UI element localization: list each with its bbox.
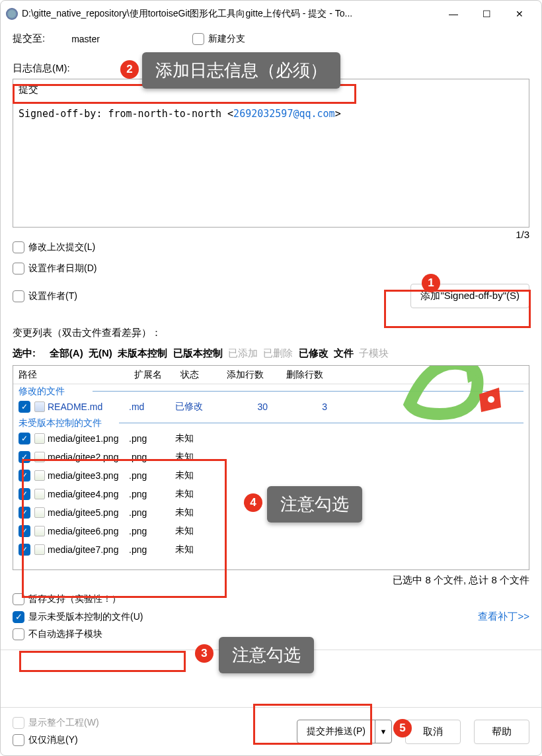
- annotation-badge-4: 4: [244, 493, 262, 512]
- file-path: media/gitee6.png: [48, 526, 118, 536]
- file-row[interactable]: media/gitee2.png.png未知: [13, 448, 529, 466]
- file-checkbox[interactable]: [19, 488, 30, 500]
- show-unversioned-label: 显示未受版本控制的文件(U): [28, 611, 143, 623]
- file-icon: [34, 470, 45, 481]
- file-checkbox[interactable]: [19, 507, 30, 519]
- file-path: media/gitee1.png: [48, 433, 118, 444]
- file-status: 未知: [175, 433, 221, 444]
- commit-dropdown-icon[interactable]: ▼: [375, 720, 391, 743]
- stash-label: 暂存支持（实验性！）: [28, 593, 121, 605]
- col-add-lines[interactable]: 添加行数: [221, 366, 281, 384]
- file-icon: [34, 507, 45, 518]
- filter-submodules: 子模块: [359, 347, 389, 358]
- titlebar: D:\gitte_native_repository\使用tortoiseGit…: [1, 1, 541, 27]
- file-ext: .png: [129, 452, 175, 462]
- new-branch-label: 新建分支: [208, 33, 245, 45]
- col-status[interactable]: 状态: [175, 366, 221, 384]
- annotation-text-4: 注意勾选: [267, 486, 362, 523]
- no-auto-submodule-label: 不自动选择子模块: [28, 628, 102, 640]
- col-del-lines[interactable]: 删除行数: [281, 366, 340, 384]
- file-path: media/gitee5.png: [48, 507, 118, 518]
- message-only-checkbox[interactable]: [13, 734, 24, 746]
- show-whole-project-checkbox: [13, 717, 24, 729]
- filter-files[interactable]: 文件: [334, 347, 354, 358]
- amend-checkbox[interactable]: [13, 241, 24, 253]
- app-icon: [6, 8, 18, 20]
- message-only-label: 仅仅消息(Y): [28, 734, 78, 746]
- filter-modified[interactable]: 已修改: [299, 347, 329, 358]
- col-path[interactable]: 路径: [13, 366, 129, 384]
- line-counter: 1/3: [13, 229, 529, 240]
- cancel-button[interactable]: 取消: [405, 720, 461, 744]
- tortoisegit-logo: [403, 365, 509, 431]
- file-icon: [34, 489, 45, 499]
- file-icon: [34, 401, 45, 412]
- new-branch-checkbox[interactable]: [192, 33, 204, 45]
- show-whole-project-label: 显示整个工程(W): [28, 717, 99, 729]
- file-row[interactable]: media/gitee3.png.png未知: [13, 466, 529, 485]
- file-path: media/gitee4.png: [48, 489, 118, 499]
- set-author-date-checkbox[interactable]: [13, 263, 24, 274]
- commit-to-label: 提交至:: [13, 32, 45, 45]
- set-author-checkbox[interactable]: [13, 290, 24, 302]
- file-del-lines: 3: [281, 401, 340, 412]
- file-path: media/gitee2.png: [48, 452, 118, 462]
- filter-deleted: 已删除: [263, 347, 293, 358]
- bottom-bar: 显示整个工程(W) 仅仅消息(Y) 提交并推送(P) ▼ 取消 帮助: [1, 707, 541, 755]
- file-checkbox[interactable]: [19, 525, 30, 537]
- annotation-text-2: 添加日志信息（必须）: [142, 52, 340, 89]
- file-row[interactable]: media/gitee1.png.png未知: [13, 429, 529, 448]
- annotation-badge-5: 5: [393, 719, 412, 737]
- filter-all[interactable]: 全部(A): [50, 347, 83, 358]
- selection-summary: 已选中 8 个文件, 总计 8 个文件: [13, 574, 529, 587]
- file-path: README.md: [48, 401, 102, 412]
- file-status: 未知: [175, 525, 221, 537]
- file-status: 已修改: [175, 401, 221, 413]
- file-ext: .png: [129, 507, 175, 518]
- filter-versioned[interactable]: 已版本控制: [173, 347, 223, 358]
- filter-added: 已添加: [228, 347, 258, 358]
- file-checkbox[interactable]: [19, 401, 30, 413]
- file-ext: .png: [129, 489, 175, 499]
- no-auto-submodule-checkbox[interactable]: [13, 628, 24, 640]
- file-checkbox[interactable]: [19, 451, 30, 463]
- help-button[interactable]: 帮助: [474, 720, 529, 744]
- show-unversioned-checkbox[interactable]: [13, 611, 24, 623]
- commit-message-textarea[interactable]: 提交 Signed-off-by: from-north-to-north <2…: [13, 79, 529, 228]
- file-list[interactable]: 路径 扩展名 状态 添加行数 删除行数 修改的文件 README.md.md已修…: [13, 365, 529, 570]
- close-button[interactable]: ✕: [503, 2, 536, 26]
- file-checkbox[interactable]: [19, 544, 30, 556]
- window-title: D:\gitte_native_repository\使用tortoiseGit…: [22, 8, 437, 20]
- file-icon: [34, 526, 45, 536]
- col-ext[interactable]: 扩展名: [129, 366, 175, 384]
- file-status: 未知: [175, 544, 221, 556]
- amend-label: 修改上次提交(L): [28, 241, 95, 253]
- commit-push-button[interactable]: 提交并推送(P) ▼: [297, 720, 392, 743]
- svg-point-0: [488, 396, 494, 403]
- maximize-button[interactable]: ☐: [470, 2, 503, 26]
- file-row[interactable]: media/gitee6.png.png未知: [13, 522, 529, 540]
- log-message-label: 日志信息(M):: [13, 62, 70, 73]
- branch-name: master: [71, 34, 100, 44]
- filter-row: 选中: 全部(A) 无(N) 未版本控制 已版本控制 已添加 已删除 已修改 文…: [13, 347, 529, 360]
- file-ext: .png: [129, 470, 175, 481]
- minimize-button[interactable]: —: [437, 2, 470, 26]
- file-ext: .png: [129, 433, 175, 444]
- filter-none[interactable]: 无(N): [89, 347, 112, 358]
- file-status: 未知: [175, 488, 221, 500]
- signed-off-email[interactable]: 2692032597@qq.com: [233, 108, 335, 120]
- file-status: 未知: [175, 470, 221, 482]
- file-path: media/gitee3.png: [48, 470, 118, 481]
- file-row[interactable]: media/gitee7.png.png未知: [13, 540, 529, 559]
- file-icon: [34, 433, 45, 444]
- set-author-label: 设置作者(T): [28, 290, 77, 302]
- annotation-badge-3: 3: [195, 644, 213, 663]
- file-checkbox[interactable]: [19, 470, 30, 482]
- filter-unversioned[interactable]: 未版本控制: [118, 347, 167, 358]
- file-checkbox[interactable]: [19, 433, 30, 444]
- view-patch-link[interactable]: 查看补丁>>: [478, 610, 529, 623]
- stash-checkbox[interactable]: [13, 593, 24, 605]
- file-ext: .png: [129, 526, 175, 536]
- file-status: 未知: [175, 507, 221, 519]
- file-add-lines: 30: [221, 401, 281, 412]
